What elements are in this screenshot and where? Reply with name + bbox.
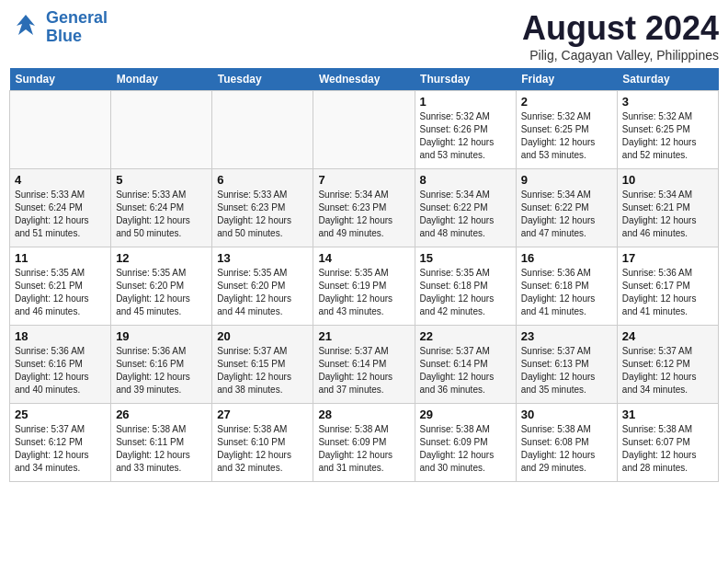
- calendar-week-row: 1Sunrise: 5:32 AM Sunset: 6:26 PM Daylig…: [10, 91, 719, 169]
- day-info: Sunrise: 5:37 AM Sunset: 6:15 PM Dayligh…: [217, 345, 308, 396]
- logo-bird-icon: [9, 11, 42, 44]
- calendar-cell: 7Sunrise: 5:34 AM Sunset: 6:23 PM Daylig…: [313, 169, 415, 247]
- day-info: Sunrise: 5:35 AM Sunset: 6:20 PM Dayligh…: [217, 267, 308, 318]
- day-info: Sunrise: 5:37 AM Sunset: 6:12 PM Dayligh…: [622, 345, 713, 396]
- col-header-saturday: Saturday: [617, 68, 718, 91]
- calendar-week-row: 4Sunrise: 5:33 AM Sunset: 6:24 PM Daylig…: [10, 169, 719, 247]
- day-number: 15: [420, 251, 511, 265]
- day-number: 26: [116, 408, 207, 421]
- day-info: Sunrise: 5:32 AM Sunset: 6:25 PM Dayligh…: [521, 110, 612, 162]
- day-number: 11: [15, 251, 106, 265]
- calendar-week-row: 25Sunrise: 5:37 AM Sunset: 6:12 PM Dayli…: [10, 404, 719, 482]
- calendar-cell: 2Sunrise: 5:32 AM Sunset: 6:25 PM Daylig…: [516, 91, 617, 169]
- day-number: 29: [420, 408, 511, 421]
- calendar-cell: 30Sunrise: 5:38 AM Sunset: 6:08 PM Dayli…: [516, 404, 617, 482]
- logo-line1: General: [46, 8, 108, 27]
- day-number: 1: [420, 95, 511, 109]
- day-number: 27: [217, 408, 308, 421]
- calendar-week-row: 11Sunrise: 5:35 AM Sunset: 6:21 PM Dayli…: [10, 247, 719, 326]
- calendar-cell: 13Sunrise: 5:35 AM Sunset: 6:20 PM Dayli…: [212, 247, 313, 326]
- day-info: Sunrise: 5:38 AM Sunset: 6:08 PM Dayligh…: [521, 423, 612, 475]
- calendar-cell: 9Sunrise: 5:34 AM Sunset: 6:22 PM Daylig…: [516, 169, 617, 247]
- col-header-tuesday: Tuesday: [212, 68, 313, 91]
- calendar-cell: 20Sunrise: 5:37 AM Sunset: 6:15 PM Dayli…: [212, 326, 313, 404]
- day-info: Sunrise: 5:33 AM Sunset: 6:24 PM Dayligh…: [116, 189, 207, 240]
- day-number: 25: [15, 408, 106, 421]
- svg-marker-0: [17, 15, 35, 35]
- day-number: 19: [116, 329, 207, 343]
- day-number: 3: [622, 95, 713, 109]
- calendar-cell: 5Sunrise: 5:33 AM Sunset: 6:24 PM Daylig…: [111, 169, 212, 247]
- day-info: Sunrise: 5:38 AM Sunset: 6:09 PM Dayligh…: [420, 423, 511, 475]
- calendar-cell: 14Sunrise: 5:35 AM Sunset: 6:19 PM Dayli…: [313, 247, 415, 326]
- col-header-friday: Friday: [516, 68, 617, 91]
- col-header-wednesday: Wednesday: [313, 68, 415, 91]
- calendar-cell: 19Sunrise: 5:36 AM Sunset: 6:16 PM Dayli…: [111, 326, 212, 404]
- calendar-cell: 8Sunrise: 5:34 AM Sunset: 6:22 PM Daylig…: [415, 169, 516, 247]
- day-number: 24: [622, 329, 713, 343]
- calendar-cell: 25Sunrise: 5:37 AM Sunset: 6:12 PM Dayli…: [10, 404, 111, 482]
- day-info: Sunrise: 5:34 AM Sunset: 6:22 PM Dayligh…: [521, 189, 612, 240]
- day-number: 17: [622, 251, 713, 265]
- day-info: Sunrise: 5:38 AM Sunset: 6:09 PM Dayligh…: [318, 423, 409, 475]
- day-info: Sunrise: 5:38 AM Sunset: 6:11 PM Dayligh…: [116, 423, 207, 475]
- day-info: Sunrise: 5:35 AM Sunset: 6:21 PM Dayligh…: [15, 267, 106, 318]
- calendar-cell: [212, 91, 313, 169]
- calendar-cell: 22Sunrise: 5:37 AM Sunset: 6:14 PM Dayli…: [415, 326, 516, 404]
- page-header: General Blue August 2024 Pilig, Cagayan …: [9, 9, 719, 63]
- col-header-sunday: Sunday: [10, 68, 111, 91]
- day-number: 9: [521, 173, 612, 187]
- day-info: Sunrise: 5:37 AM Sunset: 6:14 PM Dayligh…: [318, 345, 409, 396]
- calendar-cell: 26Sunrise: 5:38 AM Sunset: 6:11 PM Dayli…: [111, 404, 212, 482]
- calendar-cell: 1Sunrise: 5:32 AM Sunset: 6:26 PM Daylig…: [415, 91, 516, 169]
- day-number: 10: [622, 173, 713, 187]
- day-info: Sunrise: 5:32 AM Sunset: 6:25 PM Dayligh…: [622, 110, 713, 162]
- day-number: 23: [521, 329, 612, 343]
- day-number: 4: [15, 173, 106, 187]
- calendar-cell: 18Sunrise: 5:36 AM Sunset: 6:16 PM Dayli…: [10, 326, 111, 404]
- day-info: Sunrise: 5:37 AM Sunset: 6:13 PM Dayligh…: [521, 345, 612, 396]
- calendar-cell: 21Sunrise: 5:37 AM Sunset: 6:14 PM Dayli…: [313, 326, 415, 404]
- day-info: Sunrise: 5:36 AM Sunset: 6:18 PM Dayligh…: [521, 267, 612, 318]
- day-info: Sunrise: 5:36 AM Sunset: 6:17 PM Dayligh…: [622, 267, 713, 318]
- day-info: Sunrise: 5:33 AM Sunset: 6:24 PM Dayligh…: [15, 189, 106, 240]
- calendar-week-row: 18Sunrise: 5:36 AM Sunset: 6:16 PM Dayli…: [10, 326, 719, 404]
- month-year: August 2024: [522, 9, 719, 48]
- day-info: Sunrise: 5:37 AM Sunset: 6:14 PM Dayligh…: [420, 345, 511, 396]
- calendar-cell: 4Sunrise: 5:33 AM Sunset: 6:24 PM Daylig…: [10, 169, 111, 247]
- day-number: 12: [116, 251, 207, 265]
- calendar-cell: 27Sunrise: 5:38 AM Sunset: 6:10 PM Dayli…: [212, 404, 313, 482]
- calendar-cell: 29Sunrise: 5:38 AM Sunset: 6:09 PM Dayli…: [415, 404, 516, 482]
- day-info: Sunrise: 5:36 AM Sunset: 6:16 PM Dayligh…: [116, 345, 207, 396]
- day-info: Sunrise: 5:34 AM Sunset: 6:22 PM Dayligh…: [420, 189, 511, 240]
- day-number: 22: [420, 329, 511, 343]
- day-number: 7: [318, 173, 409, 187]
- title-block: August 2024 Pilig, Cagayan Valley, Phili…: [522, 9, 719, 63]
- col-header-monday: Monday: [111, 68, 212, 91]
- col-header-thursday: Thursday: [415, 68, 516, 91]
- calendar-cell: [313, 91, 415, 169]
- day-info: Sunrise: 5:35 AM Sunset: 6:19 PM Dayligh…: [318, 267, 409, 318]
- day-number: 14: [318, 251, 409, 265]
- day-info: Sunrise: 5:35 AM Sunset: 6:18 PM Dayligh…: [420, 267, 511, 318]
- calendar-header-row: SundayMondayTuesdayWednesdayThursdayFrid…: [10, 68, 719, 91]
- calendar-table: SundayMondayTuesdayWednesdayThursdayFrid…: [9, 68, 719, 482]
- day-info: Sunrise: 5:37 AM Sunset: 6:12 PM Dayligh…: [15, 423, 106, 475]
- calendar-cell: 3Sunrise: 5:32 AM Sunset: 6:25 PM Daylig…: [617, 91, 718, 169]
- calendar-cell: 6Sunrise: 5:33 AM Sunset: 6:23 PM Daylig…: [212, 169, 313, 247]
- calendar-cell: 24Sunrise: 5:37 AM Sunset: 6:12 PM Dayli…: [617, 326, 718, 404]
- day-number: 16: [521, 251, 612, 265]
- calendar-cell: 23Sunrise: 5:37 AM Sunset: 6:13 PM Dayli…: [516, 326, 617, 404]
- calendar-cell: 10Sunrise: 5:34 AM Sunset: 6:21 PM Dayli…: [617, 169, 718, 247]
- calendar-cell: [111, 91, 212, 169]
- calendar-cell: [10, 91, 111, 169]
- day-number: 6: [217, 173, 308, 187]
- day-info: Sunrise: 5:38 AM Sunset: 6:10 PM Dayligh…: [217, 423, 308, 475]
- day-info: Sunrise: 5:33 AM Sunset: 6:23 PM Dayligh…: [217, 189, 308, 240]
- day-number: 2: [521, 95, 612, 109]
- calendar-cell: 31Sunrise: 5:38 AM Sunset: 6:07 PM Dayli…: [617, 404, 718, 482]
- day-number: 20: [217, 329, 308, 343]
- logo-text: General Blue: [46, 9, 108, 46]
- calendar-cell: 17Sunrise: 5:36 AM Sunset: 6:17 PM Dayli…: [617, 247, 718, 326]
- logo: General Blue: [9, 9, 108, 46]
